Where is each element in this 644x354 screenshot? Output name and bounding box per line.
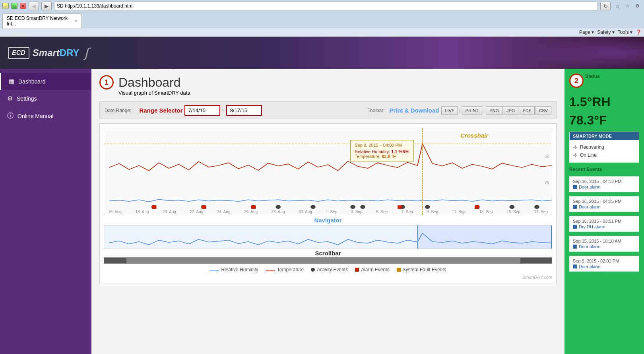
btn-jpg[interactable]: JPG (503, 106, 518, 115)
nav-selection[interactable] (417, 226, 552, 249)
event-dot-0 (573, 185, 577, 189)
date-to-input[interactable] (226, 105, 262, 116)
dashboard-title-area: Dashboard Visual graph of SmartDRY data (118, 75, 190, 96)
legend-alarm: Alarm Events (355, 267, 389, 272)
svg-point-6 (360, 205, 365, 209)
app-header: ECD SmartDRY ʃ (0, 37, 644, 69)
btn-csv[interactable]: CSV (535, 106, 551, 115)
page-title: Dashboard (118, 75, 190, 90)
legend-alarm-label: Alarm Events (361, 267, 389, 272)
tab-close-icon[interactable]: ✕ (74, 19, 78, 23)
main-content: 1 Dashboard Visual graph of SmartDRY dat… (91, 69, 564, 354)
sidebar-label-settings: Settings (17, 95, 37, 102)
settings-icon[interactable]: ⚙ (633, 2, 642, 10)
sidebar-item-settings[interactable]: ⚙ Settings (0, 90, 91, 107)
chart-tooltip: Sep 9, 2015 – 04:00 PM Relative Humidity… (350, 140, 414, 161)
safety-menu[interactable]: Safety ▾ (597, 29, 614, 35)
btn-print[interactable]: PRINT (462, 106, 482, 115)
sidebar-item-manual[interactable]: ⓘ Online Manual (0, 107, 91, 125)
chart-main[interactable]: 50 25 (104, 128, 552, 215)
tooltip-time: Sep 9, 2015 – 04:00 PM (355, 143, 409, 148)
svg-point-8 (425, 205, 430, 209)
event-name-4: Door alarm (573, 264, 636, 269)
browser-tab[interactable]: SD ECD SmartDRY Network Int... ✕ (2, 14, 82, 28)
date-separator: – (222, 107, 225, 113)
help-icon[interactable]: ❓ (636, 29, 642, 35)
close-button[interactable]: ✕ (20, 3, 26, 9)
event-name-0: Door alarm (573, 185, 636, 189)
dashboard-icon: ▦ (8, 78, 14, 85)
chart-svg (104, 128, 552, 215)
status-panel: 2 Status 1.5°RH 78.3°F SMARTDRY MODE ✛ R… (564, 69, 644, 354)
mode-icon-recovering: ✛ (573, 144, 578, 150)
tab-title: SD ECD SmartDRY Network Int... (7, 16, 72, 27)
step1-circle: 1 (99, 75, 114, 89)
app-wrapper: ECD SmartDRY ʃ ▦ Dashboard ⚙ Settings ⓘ … (0, 37, 644, 354)
svg-point-5 (350, 205, 355, 209)
svg-rect-15 (398, 205, 402, 209)
page-menu[interactable]: Page ▾ (579, 29, 594, 35)
address-bar[interactable] (54, 2, 598, 10)
page-subtitle: Visual graph of SmartDRY data (118, 90, 190, 96)
event-item-3: Sep 15, 2015 - 10:10 AM Door alarm (569, 236, 639, 252)
event-name-1: Door alarm (573, 204, 636, 209)
chart-container: 50 25 (99, 123, 557, 284)
refresh-button[interactable]: ↻ (600, 2, 611, 10)
date-range-left: Date Range: Range Selector – (105, 105, 262, 116)
event-name-2: Dry RH alarm (573, 224, 636, 229)
svg-rect-14 (251, 205, 256, 209)
tooltip-rh: Relative Humidity: 1.1 %RH (355, 149, 409, 154)
forward-button[interactable]: ▶ (41, 2, 52, 10)
y-label-25: 25 (545, 180, 549, 185)
chart-navigator[interactable] (104, 225, 552, 249)
browser-toolbar: Page ▾ Safety ▾ Tools ▾ ❓ (0, 28, 644, 37)
btn-png[interactable]: PNG (486, 106, 502, 115)
chart-scrollbar[interactable] (104, 257, 552, 264)
tools-menu[interactable]: Tools ▾ (618, 29, 632, 35)
status-label: Status (585, 74, 600, 79)
crosshair-label: Crosshair (460, 132, 488, 139)
svg-point-10 (510, 205, 515, 209)
svg-rect-13 (202, 205, 206, 209)
sidebar: ▦ Dashboard ⚙ Settings ⓘ Online Manual (0, 69, 91, 354)
x-axis-labels: 16. Aug18. Aug20. Aug22. Aug24. Aug26. A… (104, 210, 552, 214)
smartdry-mode-box: SMARTDRY MODE ✛ Recovering ✛ On Line (569, 132, 639, 163)
scrollbar-label: Scrollbar (104, 250, 552, 257)
navigator-label: Navigator (104, 217, 552, 224)
svg-rect-12 (152, 205, 156, 209)
print-download-label: Print & Download (389, 107, 439, 114)
range-selector-label: Range Selector (139, 107, 182, 114)
legend-fault-square (397, 268, 401, 272)
event-item-4: Sep 9, 2015 - 02:01 PM Door alarm (569, 256, 639, 272)
event-time-2: Sep 16, 2015 - 03:51 PM (573, 219, 636, 224)
event-dot-1 (573, 205, 577, 209)
brand-name: SmartDRY (33, 47, 80, 58)
home-icon[interactable]: ⌂ (613, 2, 622, 10)
btn-live[interactable]: LIVE (441, 106, 458, 115)
settings-icon: ⚙ (7, 95, 13, 102)
step2-circle: 2 (569, 74, 584, 88)
maximize-button[interactable]: □ (11, 3, 17, 9)
back-button[interactable]: ◀ (29, 2, 39, 10)
y-label-50: 50 (545, 154, 549, 159)
mode-recovering: ✛ Recovering (573, 143, 636, 151)
date-from-input[interactable] (184, 105, 220, 116)
sidebar-label-manual: Online Manual (17, 113, 53, 119)
scrollbar-thumb[interactable] (126, 258, 520, 263)
star-icon[interactable]: ☆ (623, 2, 632, 10)
legend-temp-line (266, 270, 275, 271)
logo-curl: ʃ (84, 45, 89, 60)
mode-online: ✛ On Line (573, 151, 636, 159)
sidebar-item-dashboard[interactable]: ▦ Dashboard (0, 73, 91, 90)
svg-point-4 (310, 205, 316, 209)
browser-titlebar: – □ ✕ ◀ ▶ ↻ ⌂ ☆ ⚙ (0, 0, 644, 12)
minimize-button[interactable]: – (2, 3, 9, 9)
recent-events-title: Recent Events (569, 167, 639, 172)
mode-title: SMARTDRY MODE (570, 132, 639, 140)
watermark: SmartDRY.com (104, 275, 552, 280)
logo-area: ECD SmartDRY ʃ (8, 45, 89, 60)
toolbar-label: Toolbar: (368, 108, 385, 113)
btn-pdf[interactable]: PDF (519, 106, 535, 115)
event-item-0: Sep 16, 2015 - 04:13 PM Door alarm (569, 176, 639, 192)
browser-chrome: – □ ✕ ◀ ▶ ↻ ⌂ ☆ ⚙ SD ECD SmartDRY Networ… (0, 0, 644, 37)
